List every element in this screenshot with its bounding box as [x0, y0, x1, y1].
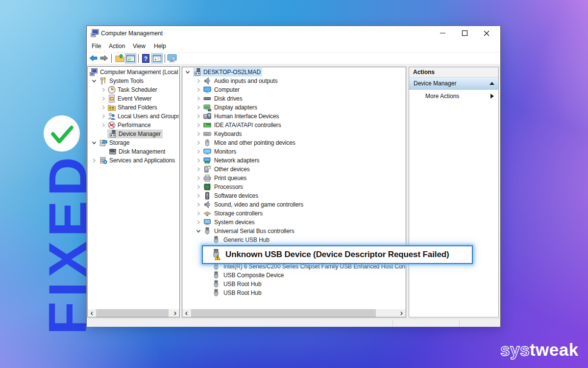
- svg-text:?: ?: [144, 55, 147, 62]
